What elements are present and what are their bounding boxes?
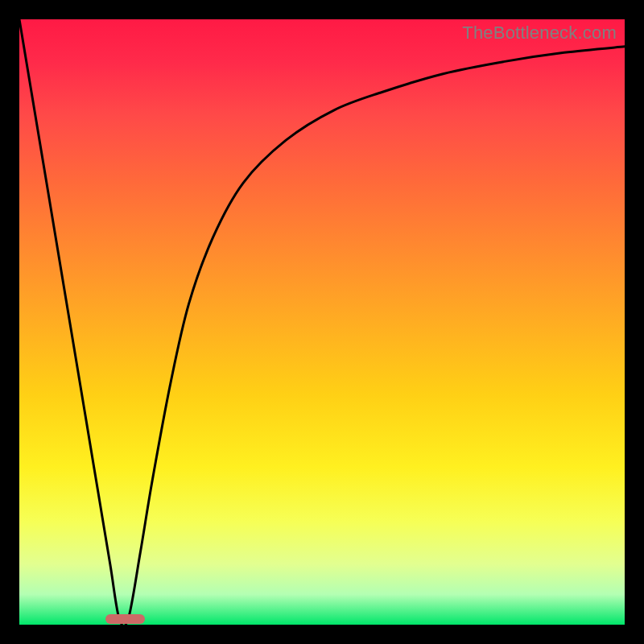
curve-path <box>19 19 625 626</box>
chart-plot-area: TheBottleneck.com <box>19 19 625 625</box>
line-chart <box>19 19 625 625</box>
chart-frame: TheBottleneck.com <box>0 0 644 644</box>
optimal-marker <box>105 614 145 624</box>
